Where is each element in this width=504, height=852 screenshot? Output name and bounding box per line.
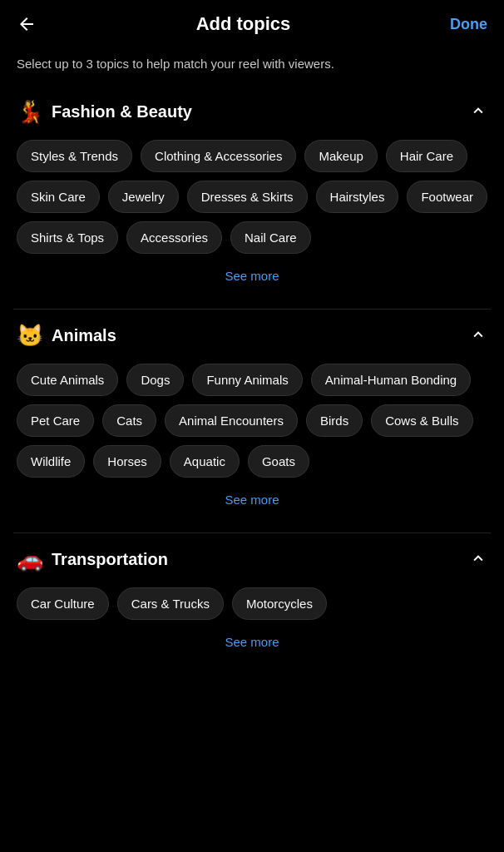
chevron-up-icon-transportation xyxy=(469,549,487,571)
sections-container: 💃Fashion & BeautyStyles & TrendsClothing… xyxy=(0,89,504,668)
tag-animals-11[interactable]: Aquatic xyxy=(170,445,240,478)
tags-container-animals: Cute AnimalsDogsFunny AnimalsAnimal-Huma… xyxy=(13,359,491,484)
tag-transportation-0[interactable]: Car Culture xyxy=(17,587,109,620)
section-fashion-beauty: 💃Fashion & BeautyStyles & TrendsClothing… xyxy=(0,89,504,302)
see-more-button-fashion-beauty[interactable]: See more xyxy=(225,269,279,283)
see-more-button-animals[interactable]: See more xyxy=(225,493,279,507)
tag-fashion-beauty-6[interactable]: Dresses & Skirts xyxy=(187,181,308,213)
tag-animals-6[interactable]: Animal Encounters xyxy=(165,404,298,437)
section-divider xyxy=(13,532,491,533)
section-emoji-transportation: 🚗 xyxy=(17,547,43,572)
tags-container-transportation: Car CultureCars & TrucksMotorcycles xyxy=(13,582,491,627)
done-button[interactable]: Done xyxy=(450,16,487,33)
tag-fashion-beauty-3[interactable]: Hair Care xyxy=(386,140,467,172)
section-header-animals[interactable]: 🐱Animals xyxy=(13,313,491,359)
section-title-fashion-beauty: Fashion & Beauty xyxy=(52,102,192,121)
section-animals: 🐱AnimalsCute AnimalsDogsFunny AnimalsAni… xyxy=(0,313,504,526)
section-header-fashion-beauty[interactable]: 💃Fashion & Beauty xyxy=(13,89,491,135)
tag-fashion-beauty-4[interactable]: Skin Care xyxy=(17,181,100,213)
tag-fashion-beauty-2[interactable]: Makeup xyxy=(304,140,377,172)
tag-animals-12[interactable]: Goats xyxy=(248,445,309,478)
tag-fashion-beauty-1[interactable]: Clothing & Accessories xyxy=(141,140,296,172)
tag-fashion-beauty-5[interactable]: Jewelry xyxy=(108,181,179,213)
subtitle-text: Select up to 3 topics to help match your… xyxy=(0,48,504,89)
tag-animals-1[interactable]: Dogs xyxy=(126,364,184,396)
chevron-up-icon-fashion-beauty xyxy=(469,102,487,123)
page-title: Add topics xyxy=(37,13,450,35)
see-more-transportation: See more xyxy=(13,627,491,661)
tag-transportation-1[interactable]: Cars & Trucks xyxy=(117,587,224,620)
tag-animals-3[interactable]: Animal-Human Bonding xyxy=(311,364,471,396)
tag-fashion-beauty-0[interactable]: Styles & Trends xyxy=(17,140,132,172)
tag-fashion-beauty-7[interactable]: Hairstyles xyxy=(316,181,399,213)
tags-container-fashion-beauty: Styles & TrendsClothing & AccessoriesMak… xyxy=(13,135,491,260)
tag-fashion-beauty-9[interactable]: Shirts & Tops xyxy=(17,221,118,254)
tag-animals-4[interactable]: Pet Care xyxy=(17,404,94,437)
section-title-animals: Animals xyxy=(52,326,116,345)
see-more-button-transportation[interactable]: See more xyxy=(225,635,279,649)
see-more-animals: See more xyxy=(13,484,491,519)
tag-fashion-beauty-11[interactable]: Nail Care xyxy=(230,221,311,254)
tag-fashion-beauty-10[interactable]: Accessories xyxy=(126,221,222,254)
see-more-fashion-beauty: See more xyxy=(13,260,491,295)
tag-transportation-2[interactable]: Motorcycles xyxy=(232,587,327,620)
tag-fashion-beauty-8[interactable]: Footwear xyxy=(407,181,487,213)
tag-animals-8[interactable]: Cows & Bulls xyxy=(371,404,472,437)
back-icon xyxy=(17,14,37,34)
tag-animals-7[interactable]: Birds xyxy=(306,404,363,437)
back-button[interactable] xyxy=(17,14,37,34)
section-emoji-animals: 🐱 xyxy=(17,323,43,349)
section-emoji-fashion-beauty: 💃 xyxy=(17,99,43,125)
section-divider xyxy=(13,309,491,310)
tag-animals-10[interactable]: Horses xyxy=(93,445,161,478)
chevron-up-icon-animals xyxy=(469,325,487,347)
tag-animals-5[interactable]: Cats xyxy=(102,404,156,437)
section-header-left-fashion-beauty: 💃Fashion & Beauty xyxy=(17,99,192,125)
header: Add topics Done xyxy=(0,0,504,48)
tag-animals-0[interactable]: Cute Animals xyxy=(17,364,118,396)
section-transportation: 🚗TransportationCar CultureCars & TrucksM… xyxy=(0,537,504,668)
section-header-left-transportation: 🚗Transportation xyxy=(17,547,168,572)
tag-animals-2[interactable]: Funny Animals xyxy=(192,364,302,396)
section-header-left-animals: 🐱Animals xyxy=(17,323,116,349)
section-header-transportation[interactable]: 🚗Transportation xyxy=(13,537,491,582)
tag-animals-9[interactable]: Wildlife xyxy=(17,445,85,478)
section-title-transportation: Transportation xyxy=(52,550,168,569)
